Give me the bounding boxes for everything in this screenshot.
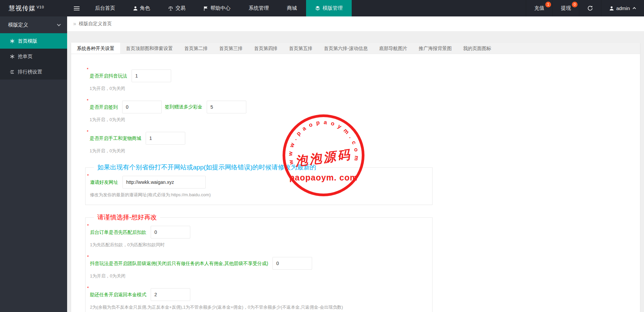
required-asterisk: * <box>87 286 89 290</box>
tab-home-top-popup[interactable]: 首页顶部图和弹窗设置 <box>120 43 179 54</box>
field-label: *是否开启签到 <box>90 101 118 113</box>
invite-url-notice: 如果出现有个别省份打不开网站或app(如提示网络错误)的时候请修改为最新的 <box>94 163 319 172</box>
form-row-mall-switch: *是否开启手工和宠物商城 <box>90 132 640 145</box>
sidebar-submenu: 首页模版 抢单页 排行榜设置 <box>0 33 67 80</box>
top-nav: 后台首页 角色 交易 帮助中心 系统管理 商城 模版管理 <box>86 0 352 16</box>
tab-home-row6-scroll[interactable]: 首页第六排-滚动信息 <box>318 43 374 54</box>
refresh-button[interactable] <box>579 0 601 16</box>
withdraw-badge: 0 <box>572 2 578 7</box>
admin-user-menu[interactable]: admin <box>601 0 644 16</box>
required-asterisk: * <box>87 99 88 103</box>
nav-item-templates[interactable]: 模版管理 <box>306 0 352 16</box>
nav-label: 角色 <box>140 5 150 11</box>
form-row-signin-switch: *是否开启签到 签到赠送多少彩金 <box>90 101 640 113</box>
settings-tabs: 系统各种开关设置 首页顶部图和弹窗设置 首页第二排 首页第三排 首页第四排 首页… <box>71 43 640 54</box>
chevron-up-icon <box>633 7 636 10</box>
sidebar-item-ranking-settings[interactable]: 排行榜设置 <box>0 64 67 80</box>
tab-system-switches[interactable]: 系统各种开关设置 <box>71 43 120 54</box>
field-label: *是否开启抖音玩法 <box>90 69 127 82</box>
match-deduct-input[interactable] <box>151 226 190 239</box>
field-label: *后台订单是否先匹配后扣款 <box>90 226 146 239</box>
sidebar-item-label: 首页模版 <box>18 38 37 44</box>
tab-my-page-icons[interactable]: 我的页面图标 <box>457 43 497 54</box>
chevron-down-icon <box>57 22 61 26</box>
nav-label: 交易 <box>176 5 186 11</box>
app-window: 慧视传媒 V10 后台首页 角色 交易 帮助中心 系统管理 商城 模版管理 <box>0 0 644 312</box>
header-actions: 充值 1 提现 0 admin <box>526 0 644 16</box>
sidebar-group-template-define[interactable]: 模版定义 <box>0 16 67 33</box>
field-hint: 1为开启，0为关闭 <box>90 117 640 123</box>
principal-mode-input[interactable] <box>151 288 190 301</box>
sidebar-item-grab-order-page[interactable]: 抢单页 <box>0 49 67 64</box>
snowflake-icon <box>10 39 14 43</box>
main-content: 系统各种开关设置 首页顶部图和弹窗设置 首页第二排 首页第三排 首页第四排 首页… <box>67 31 644 312</box>
top-header: 慧视传媒 V10 后台首页 角色 交易 帮助中心 系统管理 商城 模版管理 <box>0 0 644 16</box>
field-label: *邀请好友网址 <box>90 176 118 189</box>
field-hint: 修改为发你的最新的邀请网址(格式必须为:https://m.baidu.com) <box>90 192 432 198</box>
field-hint: 1为开启，0为关闭 <box>90 86 640 92</box>
signin-switch-input[interactable] <box>122 101 162 113</box>
collapse-menu-button[interactable] <box>67 0 86 16</box>
withdraw-label: 提现 <box>561 5 571 11</box>
sidebar-item-label: 抢单页 <box>18 53 33 60</box>
logo-text: 慧视传媒 <box>9 4 36 13</box>
nav-item-mall[interactable]: 商城 <box>278 0 306 16</box>
snowflake-icon <box>10 54 14 59</box>
required-asterisk: * <box>87 255 89 259</box>
tab-home-row2[interactable]: 首页第二排 <box>179 43 213 54</box>
settings-form: *是否开启抖音玩法 1为开启，0为关闭 *是否开启签到 签到赠送多少彩金 1为开… <box>71 54 640 312</box>
nav-item-system[interactable]: 系统管理 <box>240 0 278 16</box>
user-icon <box>609 6 614 11</box>
caution-fieldset: 请谨慎选择-想好再改 *后台订单是否先匹配后扣款 1为先匹配后扣款，0为匹配和扣… <box>85 213 433 312</box>
recharge-badge: 1 <box>545 2 551 7</box>
nav-item-dashboard[interactable]: 后台首页 <box>86 0 124 16</box>
breadcrumb: » 模版自定义首页 <box>67 16 644 31</box>
tab-home-row3[interactable]: 首页第三排 <box>213 43 248 54</box>
form-row-principal-mode: *助还任务开启返回本金模式 <box>90 288 432 301</box>
flag-icon <box>204 6 208 11</box>
form-row-douyin-switch: *是否开启抖音玩法 <box>90 69 640 82</box>
tab-home-row5[interactable]: 首页第五排 <box>283 43 318 54</box>
sidebar-item-home-template[interactable]: 首页模版 <box>0 33 67 49</box>
scales-icon <box>168 6 173 11</box>
signin-bonus-input[interactable] <box>207 101 246 113</box>
sidebar: 模版定义 首页模版 抢单页 排行榜设置 <box>0 16 67 312</box>
mall-switch-input[interactable] <box>146 132 185 145</box>
nav-item-help-center[interactable]: 帮助中心 <box>195 0 240 16</box>
settings-card: 系统各种开关设置 首页顶部图和弹窗设置 首页第二排 首页第三排 首页第四排 首页… <box>71 43 640 312</box>
field-label: *是否开启手工和宠物商城 <box>90 132 141 145</box>
nav-item-trade[interactable]: 交易 <box>159 0 195 16</box>
form-row-match-deduct: *后台订单是否先匹配后扣款 <box>90 226 432 239</box>
nav-item-roles[interactable]: 角色 <box>124 0 159 16</box>
tab-bottom-nav-images[interactable]: 底部导航图片 <box>374 43 413 54</box>
field-label: *抖音玩法是否开启团队层级返佣(关闭后只有做任务的本人有佣金,其他层级不享受分成… <box>90 257 268 270</box>
field-hint: 1为先匹配后扣款，0为匹配和扣款同时 <box>90 242 432 248</box>
required-asterisk: * <box>87 174 89 178</box>
nav-label: 后台首页 <box>95 5 115 11</box>
breadcrumb-title: 模版自定义首页 <box>79 21 112 27</box>
username-label: admin <box>616 5 630 11</box>
field-hint: 1为开启，0为关闭 <box>90 148 640 154</box>
field-label: 签到赠送多少彩金 <box>165 104 202 110</box>
nav-label: 模版管理 <box>323 5 343 11</box>
logo-version: V10 <box>37 5 44 9</box>
douyin-switch-input[interactable] <box>132 69 171 82</box>
recharge-label: 充值 <box>534 5 544 11</box>
recharge-button[interactable]: 充值 1 <box>526 0 552 16</box>
tab-home-row4[interactable]: 首页第四排 <box>248 43 283 54</box>
field-hint: 1为开启，0为关闭 <box>90 273 432 279</box>
invite-url-input[interactable] <box>122 176 206 189</box>
app-logo: 慧视传媒 V10 <box>0 0 67 16</box>
sidebar-item-label: 排行榜设置 <box>18 69 42 75</box>
nav-label: 系统管理 <box>249 5 269 11</box>
hamburger-icon <box>74 8 80 9</box>
team-commission-input[interactable] <box>273 257 312 270</box>
withdraw-button[interactable]: 提现 0 <box>552 0 579 16</box>
list-icon <box>10 70 14 74</box>
required-asterisk: * <box>87 67 88 71</box>
caution-warning: 请谨慎选择-想好再改 <box>94 213 160 222</box>
nav-label: 商城 <box>287 5 297 11</box>
tab-promo-poster-bg[interactable]: 推广海报背景图 <box>413 43 457 54</box>
layers-icon <box>315 6 320 11</box>
breadcrumb-chevrons-icon: » <box>73 21 76 27</box>
